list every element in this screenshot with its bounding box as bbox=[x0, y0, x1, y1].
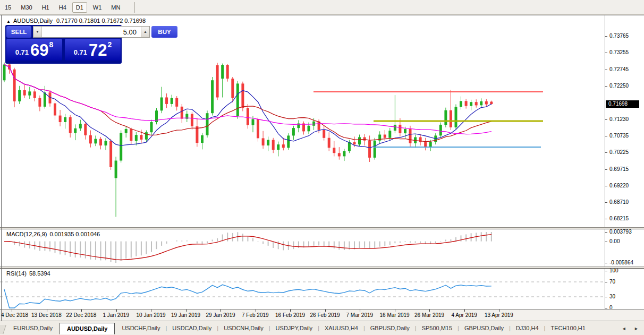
chart-symbol-label: AUDUSD,Daily bbox=[13, 18, 53, 24]
rsi-indicator-canvas[interactable] bbox=[0, 269, 605, 309]
macd-pane-splitter[interactable] bbox=[0, 227, 644, 229]
date-axis-label: 7 Mar 2019 bbox=[346, 312, 374, 318]
candle-body bbox=[348, 142, 351, 151]
axis-tick bbox=[605, 242, 607, 242]
rsi-current-value: 58.5394 bbox=[29, 270, 50, 277]
candlesticks bbox=[3, 62, 493, 217]
date-tick bbox=[116, 310, 117, 312]
candle-body bbox=[79, 124, 82, 128]
volume-increase-button[interactable]: ▲ bbox=[141, 27, 149, 37]
price-axis-label: 0.71230 bbox=[609, 116, 629, 122]
price-axis-label: 0.72745 bbox=[609, 66, 629, 72]
chevron-down-icon: ▼ bbox=[36, 30, 39, 33]
date-tick bbox=[499, 310, 499, 312]
chart-tab-usdcad-daily[interactable]: USDCAD,Daily bbox=[167, 323, 217, 333]
axis-tick bbox=[605, 169, 607, 170]
candle-body bbox=[226, 65, 229, 79]
buy-price-display[interactable]: 0.71 72 2 bbox=[65, 39, 121, 61]
chart-tab-usdjpy-daily[interactable]: USDJPY,Daily bbox=[270, 323, 318, 333]
candle-body bbox=[196, 126, 198, 143]
axis-tick bbox=[605, 263, 607, 263]
candle-body bbox=[89, 135, 92, 143]
rsi-pane-splitter[interactable] bbox=[0, 267, 644, 269]
candle-body bbox=[368, 141, 371, 158]
price-axis-label: 0.73255 bbox=[609, 49, 629, 55]
chart-tab-gbpusd-daily[interactable]: GBPUSD,Daily bbox=[459, 323, 509, 333]
timeframe-toolbar: 15M30H1H4D1W1MN bbox=[0, 0, 644, 15]
rsi-axis-label: 30 bbox=[609, 294, 615, 299]
sell-price-big-digits: 69 bbox=[30, 43, 48, 58]
timeframe-button-H1[interactable]: H1 bbox=[38, 2, 53, 13]
date-tick bbox=[151, 310, 151, 312]
sell-price-pip-digit: 8 bbox=[49, 40, 54, 49]
candle-body bbox=[343, 151, 345, 157]
axis-tick bbox=[605, 219, 607, 219]
candle-body bbox=[241, 83, 244, 108]
candle-body bbox=[84, 124, 87, 135]
candle-body bbox=[409, 129, 412, 143]
candle-body bbox=[384, 135, 386, 138]
timeframe-button-W1[interactable]: W1 bbox=[89, 2, 106, 13]
candle-body bbox=[328, 138, 331, 148]
axis-tick bbox=[605, 271, 607, 271]
candle-body bbox=[130, 129, 132, 141]
candle-body bbox=[338, 153, 341, 156]
date-tick bbox=[325, 310, 326, 312]
buy-price-pip-digit: 2 bbox=[108, 40, 112, 49]
candle-body bbox=[323, 130, 325, 138]
chart-tab-usdchf-daily[interactable]: USDCHF,Daily bbox=[116, 323, 165, 333]
timeframe-button-H4[interactable]: H4 bbox=[55, 2, 70, 13]
candle-body bbox=[267, 140, 269, 146]
buy-button[interactable]: BUY bbox=[151, 26, 177, 38]
date-axis: 4 Dec 201813 Dec 201822 Dec 20181 Jan 20… bbox=[0, 309, 644, 321]
candle-body bbox=[277, 144, 279, 150]
timeframe-button-15[interactable]: 15 bbox=[1, 2, 15, 13]
axis-tick bbox=[605, 282, 607, 282]
date-tick bbox=[429, 310, 430, 312]
candle-body bbox=[485, 101, 488, 105]
timeframe-button-M30[interactable]: M30 bbox=[17, 2, 36, 13]
candle-body bbox=[165, 98, 168, 104]
sell-price-display[interactable]: 0.71 69 8 bbox=[6, 39, 62, 61]
buy-price-big-digits: 72 bbox=[89, 43, 107, 58]
chart-tab-eurusd-daily[interactable]: EURUSD,Daily bbox=[8, 323, 58, 333]
sell-price-prefix: 0.71 bbox=[15, 48, 29, 56]
candle-body bbox=[135, 135, 138, 141]
candle-body bbox=[18, 90, 21, 101]
volume-decrease-button[interactable]: ▼ bbox=[33, 27, 42, 37]
chart-tab-usdcnh-daily[interactable]: USDCNH,Daily bbox=[218, 323, 269, 333]
candle-body bbox=[490, 102, 493, 105]
chart-tab-gbpusd-daily[interactable]: GBPUSD,Daily bbox=[365, 323, 415, 333]
tab-scroll-left-icon[interactable]: ◄ bbox=[622, 326, 626, 331]
candle-body bbox=[312, 122, 315, 126]
clipped-tab-stub[interactable] bbox=[0, 325, 6, 334]
tab-scroll-arrows: ◄ ► bbox=[615, 326, 639, 331]
date-axis-label: 22 Dec 2018 bbox=[66, 312, 97, 318]
tab-scroll-right-icon[interactable]: ► bbox=[634, 326, 639, 331]
volume-input[interactable] bbox=[42, 27, 141, 37]
candle-body bbox=[450, 110, 452, 127]
candle-body bbox=[444, 110, 447, 125]
price-axis-label: 0.72250 bbox=[609, 83, 629, 89]
chart-tab-tech100-h1[interactable]: TECH100,H1 bbox=[545, 323, 590, 333]
sell-button[interactable]: SELL bbox=[6, 26, 31, 38]
sma-mid-line bbox=[4, 65, 492, 142]
timeframe-button-MN[interactable]: MN bbox=[107, 2, 124, 13]
axis-tick bbox=[605, 119, 607, 120]
axis-tick bbox=[605, 53, 607, 53]
chart-tab-sp500-m15[interactable]: SP500,M15 bbox=[417, 323, 457, 333]
candle-body bbox=[216, 65, 219, 98]
candle-body bbox=[404, 129, 406, 133]
chart-tab-dj30-h4[interactable]: DJ30,H4 bbox=[511, 323, 544, 333]
date-axis-label: 19 Jan 2019 bbox=[171, 312, 200, 318]
candle-body bbox=[181, 107, 183, 119]
price-axis-label: 0.68215 bbox=[609, 216, 629, 221]
chart-tab-audusd-daily[interactable]: AUDUSD,Daily bbox=[60, 323, 115, 334]
chart-tab-xauusd-h4[interactable]: XAUUSD,H4 bbox=[319, 323, 363, 333]
one-click-collapse-arrow[interactable]: ▲ bbox=[6, 19, 11, 24]
chart-ohlc-values: 0.71770 0.71801 0.71672 0.71698 bbox=[56, 18, 146, 24]
candle-body bbox=[99, 139, 102, 145]
candle-body bbox=[191, 114, 193, 127]
timeframe-button-D1[interactable]: D1 bbox=[72, 2, 87, 13]
toolbar-separator bbox=[134, 2, 135, 13]
